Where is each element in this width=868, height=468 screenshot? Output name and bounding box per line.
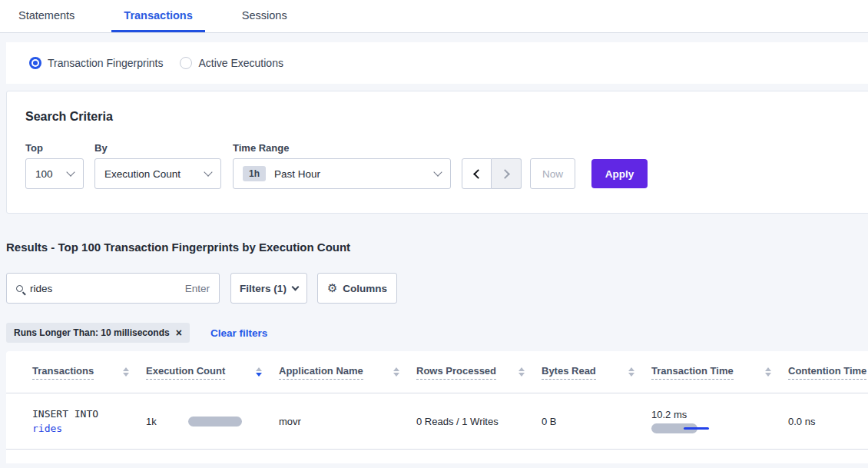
transaction-time-bar	[651, 423, 736, 433]
column-header-execution-count: Execution Count	[146, 365, 279, 380]
filters-button-label: Filters (1)	[240, 283, 287, 294]
sort-asc-icon	[256, 367, 262, 371]
chevron-down-icon	[291, 284, 299, 291]
execution-count-value: 1k	[146, 416, 157, 427]
sort-desc-icon	[518, 373, 525, 377]
column-header-label[interactable]: Rows Processed	[416, 365, 496, 380]
sort-toggle[interactable]	[628, 367, 634, 377]
table-row: INSERT INTO rides 1k movr 0 Reads / 1 Wr…	[6, 393, 868, 450]
transaction-time-value: 10.2 ms	[651, 409, 788, 420]
sort-desc-icon	[765, 373, 771, 377]
transaction-fingerprint-link[interactable]: rides	[32, 421, 146, 436]
chevron-down-icon	[204, 168, 212, 176]
search-icon	[16, 285, 23, 292]
by-select[interactable]: Execution Count	[94, 158, 221, 189]
transaction-time-cell: 10.2 ms	[651, 409, 788, 433]
columns-button[interactable]: ⚙ Columns	[317, 273, 397, 304]
by-select-value: Execution Count	[104, 168, 205, 180]
column-header-label[interactable]: Application Name	[279, 365, 363, 380]
column-header-label[interactable]: Contention Time	[788, 365, 866, 380]
radio-label: Active Executions	[198, 57, 283, 69]
column-header-rows-processed: Rows Processed	[416, 365, 542, 380]
apply-button[interactable]: Apply	[591, 159, 648, 188]
sort-desc-icon	[393, 373, 399, 377]
bytes-read-cell: 0 B	[542, 416, 651, 427]
columns-button-label: Columns	[343, 283, 387, 294]
sort-asc-icon	[628, 367, 634, 371]
filter-chip-label: Runs Longer Than: 10 milliseconds	[14, 327, 170, 338]
execution-count-cell: 1k	[146, 416, 279, 427]
previous-window-button[interactable]	[462, 158, 492, 189]
filters-button[interactable]: Filters (1)	[230, 273, 307, 304]
sort-desc-icon	[123, 373, 129, 377]
tab-statements[interactable]: Statements	[6, 0, 87, 32]
time-range-badge: 1h	[243, 166, 266, 181]
time-bar-stddev	[684, 427, 709, 430]
sort-toggle[interactable]	[518, 367, 525, 377]
application-name-cell: movr	[279, 416, 416, 427]
results-table: Transactions Execution Count Application…	[6, 351, 868, 463]
sort-toggle[interactable]	[393, 367, 399, 377]
sort-asc-icon	[765, 367, 771, 371]
by-label: By	[94, 142, 233, 154]
tab-transactions[interactable]: Transactions	[111, 0, 204, 32]
transaction-statement-text: INSERT INTO	[32, 407, 146, 421]
execution-count-bar	[188, 417, 242, 427]
search-criteria-form: Top 100 By Execution Count Time Range 1h…	[25, 142, 648, 189]
chevron-down-icon	[433, 168, 442, 176]
clear-filters-link[interactable]: Clear filters	[210, 327, 267, 339]
column-header-application-name: Application Name	[279, 365, 416, 380]
top-select-value: 100	[35, 168, 68, 180]
transaction-cell: INSERT INTO rides	[32, 407, 146, 436]
sort-asc-icon	[393, 367, 399, 371]
sort-toggle[interactable]	[256, 367, 262, 377]
column-header-label[interactable]: Transactions	[32, 365, 94, 380]
sort-asc-icon	[518, 367, 525, 371]
sort-desc-icon	[628, 373, 634, 377]
time-window-pager	[462, 158, 522, 189]
time-range-value: Past Hour	[274, 168, 435, 180]
time-range-select[interactable]: 1h Past Hour	[233, 158, 451, 189]
contention-time-cell: 0.0 ns	[788, 416, 868, 427]
rows-processed-cell: 0 Reads / 1 Writes	[416, 416, 542, 427]
top-label: Top	[25, 142, 94, 154]
search-input[interactable]	[30, 283, 185, 294]
by-field: By Execution Count	[94, 142, 233, 189]
chevron-left-icon	[473, 169, 483, 179]
top-select[interactable]: 100	[25, 158, 84, 189]
column-header-label[interactable]: Transaction Time	[651, 365, 734, 380]
next-window-button[interactable]	[492, 158, 522, 189]
time-range-label: Time Range	[233, 142, 462, 154]
filter-chip: Runs Longer Than: 10 milliseconds ×	[6, 323, 190, 343]
sort-toggle[interactable]	[765, 367, 771, 377]
column-header-contention-time: Contention Time	[788, 365, 868, 380]
now-button[interactable]: Now	[530, 158, 575, 189]
results-title: Results - Top 100 Transaction Fingerprin…	[6, 241, 350, 254]
column-header-transactions: Transactions	[32, 365, 146, 380]
column-header-bytes-read: Bytes Read	[542, 365, 651, 380]
chevron-down-icon	[66, 168, 75, 176]
radio-label: Transaction Fingerprints	[48, 57, 163, 69]
results-search-box[interactable]: Enter	[6, 273, 220, 304]
sort-asc-icon	[123, 367, 129, 371]
column-header-transaction-time: Transaction Time	[651, 365, 788, 380]
sort-desc-icon-active	[256, 373, 262, 377]
column-header-label[interactable]: Bytes Read	[542, 365, 596, 380]
radio-selected-icon	[29, 57, 41, 69]
column-header-label[interactable]: Execution Count	[146, 365, 225, 380]
search-criteria-card: Search Criteria Top 100 By Execution Cou…	[6, 91, 868, 214]
table-header-row: Transactions Execution Count Application…	[6, 351, 868, 393]
chevron-right-icon	[500, 169, 510, 179]
remove-filter-icon[interactable]: ×	[176, 327, 182, 338]
enter-hint: Enter	[185, 283, 210, 294]
radio-active-executions[interactable]: Active Executions	[180, 57, 283, 69]
results-controls: Enter Filters (1) ⚙ Columns	[6, 273, 397, 304]
page-tabs: Statements Transactions Sessions	[0, 0, 868, 33]
view-toggle-bar: Transaction Fingerprints Active Executio…	[6, 42, 868, 84]
time-range-field: Time Range 1h Past Hour	[233, 142, 462, 189]
tab-sessions[interactable]: Sessions	[230, 0, 300, 32]
sort-toggle[interactable]	[123, 367, 129, 377]
radio-unselected-icon	[180, 57, 192, 69]
search-criteria-title: Search Criteria	[25, 110, 113, 124]
radio-transaction-fingerprints[interactable]: Transaction Fingerprints	[29, 57, 163, 69]
